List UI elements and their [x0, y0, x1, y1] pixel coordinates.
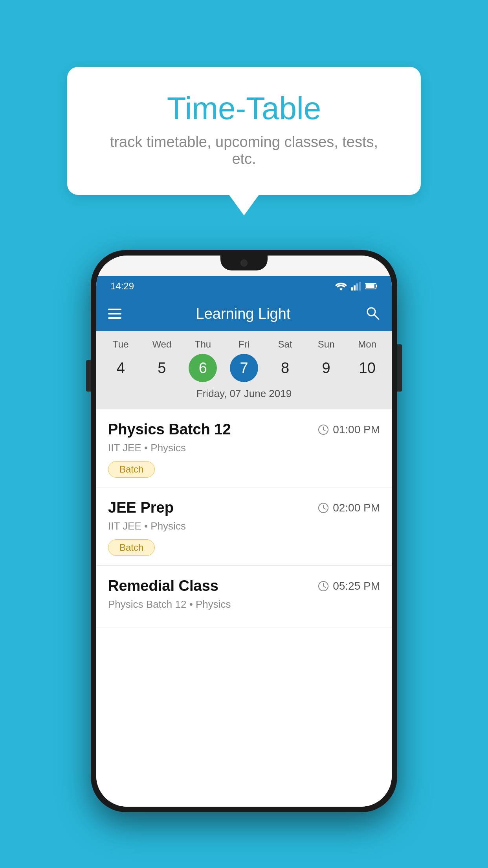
search-button[interactable] [365, 305, 380, 322]
svg-rect-0 [351, 287, 353, 291]
phone-notch [220, 256, 268, 270]
svg-rect-3 [359, 282, 361, 291]
schedule-item-2-header: JEE Prep 02:00 PM [108, 499, 380, 516]
clock-icon-3 [318, 581, 329, 592]
day-4[interactable]: 4 [100, 354, 141, 382]
day-8[interactable]: 8 [264, 354, 306, 382]
battery-icon [365, 283, 378, 290]
day-header-wed: Wed [141, 339, 183, 350]
svg-rect-5 [376, 285, 377, 287]
schedule-item-2-time: 02:00 PM [318, 502, 380, 514]
day-header-thu: Thu [182, 339, 224, 350]
screen-content: 14:29 [96, 256, 392, 807]
schedule-item-3-sub: Physics Batch 12 • Physics [108, 598, 380, 611]
app-title: Learning Light [131, 305, 356, 322]
calendar-week: Tue Wed Thu Fri Sat Sun Mon 4 5 6 7 8 [96, 331, 392, 409]
hamburger-line-3 [108, 317, 121, 319]
schedule-item-1-header: Physics Batch 12 01:00 PM [108, 421, 380, 438]
day-7-selected[interactable]: 7 [230, 354, 258, 382]
day-header-tue: Tue [100, 339, 141, 350]
schedule-item-3[interactable]: Remedial Class 05:25 PM Physics Batch [96, 566, 392, 627]
schedule-item-1-name: Physics Batch 12 [108, 421, 231, 438]
wifi-icon [335, 282, 347, 291]
day-5[interactable]: 5 [141, 354, 183, 382]
day-headers: Tue Wed Thu Fri Sat Sun Mon [100, 339, 388, 350]
schedule-item-1[interactable]: Physics Batch 12 01:00 PM IIT JEE • Ph [96, 409, 392, 487]
svg-line-17 [323, 586, 325, 587]
svg-line-8 [374, 314, 379, 319]
day-6-today[interactable]: 6 [189, 354, 217, 382]
svg-line-14 [323, 508, 325, 509]
day-header-mon: Mon [347, 339, 388, 350]
day-header-sun: Sun [306, 339, 347, 350]
phone-screen: 14:29 [96, 256, 392, 807]
search-icon [365, 305, 380, 320]
day-10[interactable]: 10 [347, 354, 388, 382]
svg-rect-6 [366, 284, 374, 288]
svg-rect-1 [354, 285, 356, 291]
hamburger-line-1 [108, 309, 121, 310]
schedule-item-1-sub: IIT JEE • Physics [108, 442, 380, 454]
batch-tag-2: Batch [108, 539, 155, 556]
hamburger-line-2 [108, 313, 121, 314]
day-numbers: 4 5 6 7 8 9 10 [100, 354, 388, 382]
svg-rect-2 [356, 283, 358, 291]
app-bar: Learning Light [96, 296, 392, 331]
svg-line-11 [323, 430, 325, 431]
clock-icon-1 [318, 424, 329, 435]
schedule-item-3-time: 05:25 PM [318, 580, 380, 592]
selected-date-label: Friday, 07 June 2019 [100, 388, 388, 405]
status-bar: 14:29 [96, 276, 392, 296]
status-icons [335, 282, 378, 291]
front-camera [240, 259, 248, 267]
bubble-title: Time-Table [99, 90, 389, 127]
batch-tag-1: Batch [108, 461, 155, 478]
day-header-fri: Fri [224, 339, 265, 350]
schedule-item-2-name: JEE Prep [108, 499, 174, 516]
schedule-item-3-name: Remedial Class [108, 577, 218, 594]
status-time: 14:29 [110, 281, 134, 292]
schedule-list: Physics Batch 12 01:00 PM IIT JEE • Ph [96, 409, 392, 807]
day-header-sat: Sat [264, 339, 306, 350]
schedule-item-2[interactable]: JEE Prep 02:00 PM IIT JEE • Physics [96, 487, 392, 566]
phone-outer: 14:29 [91, 250, 397, 812]
bubble-subtitle: track timetable, upcoming classes, tests… [99, 134, 389, 167]
hamburger-icon[interactable] [108, 309, 121, 319]
day-9[interactable]: 9 [306, 354, 347, 382]
schedule-item-2-sub: IIT JEE • Physics [108, 520, 380, 532]
clock-icon-2 [318, 502, 329, 513]
schedule-item-3-header: Remedial Class 05:25 PM [108, 577, 380, 594]
schedule-item-1-time: 01:00 PM [318, 423, 380, 436]
speech-bubble: Time-Table track timetable, upcoming cla… [67, 67, 421, 195]
signal-icon [351, 282, 361, 291]
phone-mockup: 14:29 [91, 250, 397, 812]
